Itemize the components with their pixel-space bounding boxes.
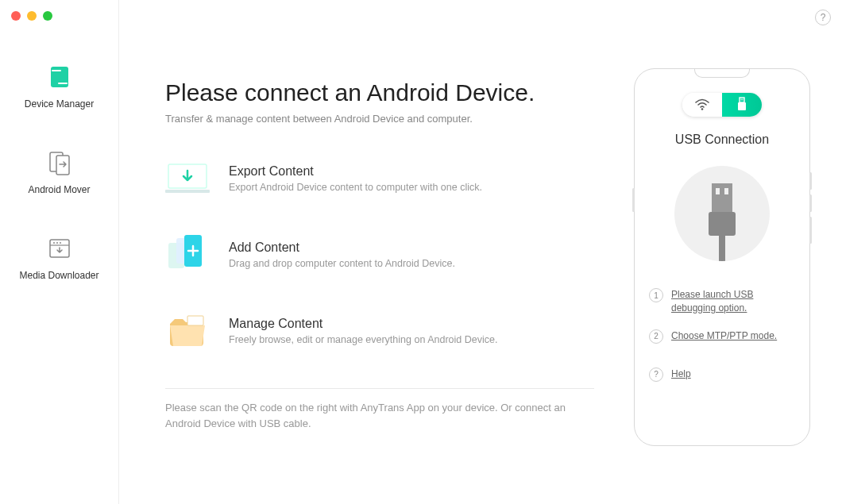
feature-title: Manage Content [229,317,497,331]
svg-rect-4 [56,156,69,175]
svg-rect-24 [709,212,736,236]
step-number-badge: 1 [649,288,663,302]
svg-rect-18 [738,102,746,110]
feature-desc: Freely browse, edit or manage everything… [229,334,497,345]
sidebar-item-media-downloader[interactable]: Media Downloader [0,227,118,313]
feature-title: Add Content [229,240,455,255]
feature-add-content[interactable]: Add Content Drag and drop computer conte… [165,236,594,274]
svg-point-7 [56,242,58,244]
add-content-icon [165,236,210,274]
svg-rect-25 [719,236,725,261]
step-help: ? Help [649,367,795,382]
connection-title: USB Connection [649,133,795,147]
usb-debugging-link[interactable]: Please launch USB debugging option. [671,288,795,315]
help-badge-icon: ? [649,367,663,382]
svg-rect-17 [740,98,744,102]
phone-side-button-icon [632,188,635,212]
feature-desc: Export Android Device content to compute… [229,182,482,193]
step-number-badge: 2 [649,329,663,344]
help-link[interactable]: Help [671,367,691,381]
feature-desc: Drag and drop computer content to Androi… [229,258,455,269]
svg-rect-19 [741,99,742,101]
svg-rect-15 [187,316,203,325]
feature-export-content[interactable]: Export Content Export Android Device con… [165,160,594,198]
phone-notch-icon [694,68,750,78]
wifi-mode-option[interactable] [682,93,722,117]
svg-rect-20 [742,99,743,101]
phone-side-button-icon [809,217,812,244]
page-subtitle: Transfer & manage content between Androi… [165,113,594,125]
phone-side-button-icon [809,194,812,212]
export-icon [165,160,210,198]
footer-instruction: Please scan the QR code on the right wit… [165,400,594,431]
svg-rect-23 [724,188,728,194]
sidebar-item-android-mover[interactable]: Android Mover [0,141,118,227]
android-mover-icon [46,149,73,176]
feature-manage-content[interactable]: Manage Content Freely browse, edit or ma… [165,312,594,350]
phone-side-button-icon [809,172,812,190]
connection-panel: USB Connection 1 Please launch USB debug… [634,68,810,446]
svg-point-16 [701,108,704,110]
page-title: Please connect an Android Device. [165,79,594,106]
main-content: Please connect an Android Device. Transf… [119,0,842,504]
svg-rect-22 [716,188,720,194]
wifi-icon [694,98,710,111]
svg-rect-11 [165,190,210,193]
manage-content-icon [165,312,210,350]
usb-connection-icon [674,166,770,261]
svg-point-6 [53,242,55,244]
feature-title: Export Content [229,164,482,179]
usb-mode-option[interactable] [722,93,762,117]
sidebar-item-device-manager[interactable]: Device Manager [0,56,118,141]
divider [165,388,594,389]
step-usb-debugging: 1 Please launch USB debugging option. [649,288,795,315]
sidebar-item-label: Android Mover [28,184,90,195]
sidebar: Device Manager Android Mover [0,0,119,504]
sidebar-item-label: Media Downloader [19,270,98,281]
device-manager-icon [46,63,73,90]
media-downloader-icon [46,235,73,262]
phone-frame: USB Connection 1 Please launch USB debug… [634,68,810,446]
sidebar-item-label: Device Manager [25,98,94,110]
svg-rect-0 [51,67,68,87]
svg-point-8 [60,242,61,244]
connection-mode-toggle[interactable] [682,93,762,117]
mtp-ptp-link[interactable]: Choose MTP/PTP mode. [671,329,777,343]
svg-rect-21 [712,183,732,212]
step-mtp-ptp: 2 Choose MTP/PTP mode. [649,329,795,344]
usb-plug-icon [736,97,747,113]
